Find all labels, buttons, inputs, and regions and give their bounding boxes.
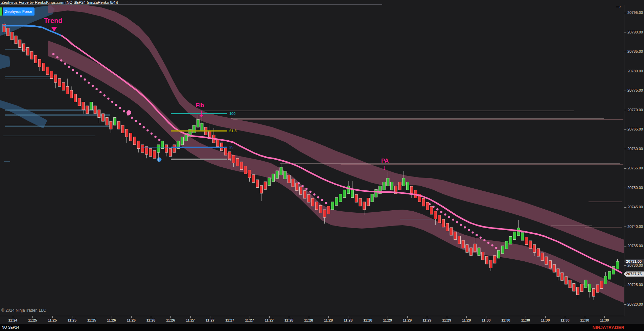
renko-candle [489, 260, 492, 268]
trend-dot [448, 216, 450, 218]
renko-candle [197, 119, 199, 127]
trend-dot [436, 208, 438, 210]
trend-dot [151, 133, 153, 135]
time-tick [585, 316, 585, 318]
trend-dot [135, 120, 137, 122]
renko-candle [561, 273, 564, 280]
trend-dot [76, 72, 78, 74]
signal-dot-pink [127, 110, 131, 115]
time-label: 11:27 [265, 318, 274, 322]
renko-candle [256, 180, 259, 188]
renko-candle [98, 110, 100, 118]
time-tick [348, 316, 348, 318]
renko-candle [201, 123, 203, 131]
renko-candle [363, 202, 366, 210]
ma-value-marker: 20727.75 [624, 271, 644, 277]
time-tick [250, 316, 250, 318]
renko-candle [300, 187, 302, 194]
time-label: 11:30 [560, 318, 569, 322]
time-tick [151, 316, 151, 318]
trend-dot [487, 242, 489, 244]
indicator-enabled-strip[interactable] [0, 7, 2, 16]
time-tick [131, 316, 132, 318]
renko-candle [525, 237, 528, 245]
renko-candle [466, 245, 468, 253]
trend-dot [158, 139, 160, 141]
renko-candle [569, 280, 571, 288]
trend-dot [476, 234, 478, 236]
trend-dot [119, 107, 121, 109]
trend-dot [72, 69, 74, 71]
instrument-tab[interactable]: NQ SEP24 [2, 325, 19, 329]
renko-candle [383, 182, 385, 190]
time-axis-border[interactable] [0, 316, 624, 316]
renko-candle [165, 145, 168, 152]
time-label: 11:24 [8, 318, 17, 322]
trend-dot [95, 88, 97, 90]
signal-dot-blue [157, 158, 162, 162]
renko-candle [288, 175, 290, 183]
renko-candle [90, 102, 92, 110]
renko-candle [501, 246, 504, 254]
trend-dot [456, 221, 458, 223]
renko-candle [541, 253, 544, 261]
renko-candle [121, 125, 124, 133]
time-tick [52, 316, 53, 318]
time-tick [72, 316, 72, 318]
renko-candle [78, 98, 80, 106]
renko-candle [15, 36, 17, 44]
trend-dot [60, 60, 62, 62]
chart-canvas[interactable] [0, 0, 644, 331]
time-tick [210, 316, 210, 318]
renko-candle [509, 236, 512, 244]
renko-candle [371, 194, 373, 202]
renko-candle [106, 118, 108, 125]
fib-label: Fib [196, 102, 204, 109]
renko-candle [236, 158, 239, 166]
time-tick [368, 316, 368, 318]
trend-dot [464, 226, 466, 228]
renko-candle [375, 189, 377, 197]
renko-candle [442, 219, 445, 227]
renko-candle [438, 215, 441, 223]
renko-candle [398, 182, 401, 190]
price-tick: 20725.00 [624, 283, 643, 287]
time-label: 11:26 [107, 318, 116, 322]
trend-dot [107, 97, 109, 99]
trend-dot [64, 63, 66, 65]
time-label: 11:30 [541, 318, 550, 322]
trend-dot [317, 196, 319, 198]
time-label: 11:25 [87, 318, 96, 322]
renko-candle [351, 190, 354, 197]
time-tick [32, 316, 33, 318]
renko-candle [169, 149, 171, 157]
time-tick [506, 316, 506, 318]
renko-candle [406, 182, 409, 190]
price-tick: 20760.00 [624, 147, 643, 151]
time-tick [190, 316, 191, 318]
renko-candle [430, 207, 433, 214]
trend-dot [56, 56, 58, 58]
time-tick [328, 316, 329, 318]
renko-candle [331, 202, 334, 210]
renko-candle [604, 276, 607, 284]
trend-dot [68, 66, 70, 68]
time-tick [269, 316, 270, 318]
renko-candle [280, 167, 282, 175]
time-label: 11:28 [304, 318, 313, 322]
renko-candle [38, 59, 41, 67]
renko-candle [141, 145, 144, 152]
renko-candle [462, 240, 464, 248]
right-arrow-icon[interactable]: → [615, 1, 622, 10]
renko-candle [391, 182, 393, 190]
trend-dot [84, 78, 86, 80]
zephyrus-force-button[interactable]: Zephyrus Force [3, 7, 34, 16]
time-label: 11:27 [225, 318, 234, 322]
trend-dot [131, 117, 133, 119]
renko-candle [303, 191, 306, 198]
renko-candle [26, 48, 29, 55]
renko-candle [110, 121, 112, 129]
renko-candle [521, 233, 524, 240]
price-tick: 20790.00 [624, 30, 643, 34]
renko-candle [157, 145, 160, 152]
